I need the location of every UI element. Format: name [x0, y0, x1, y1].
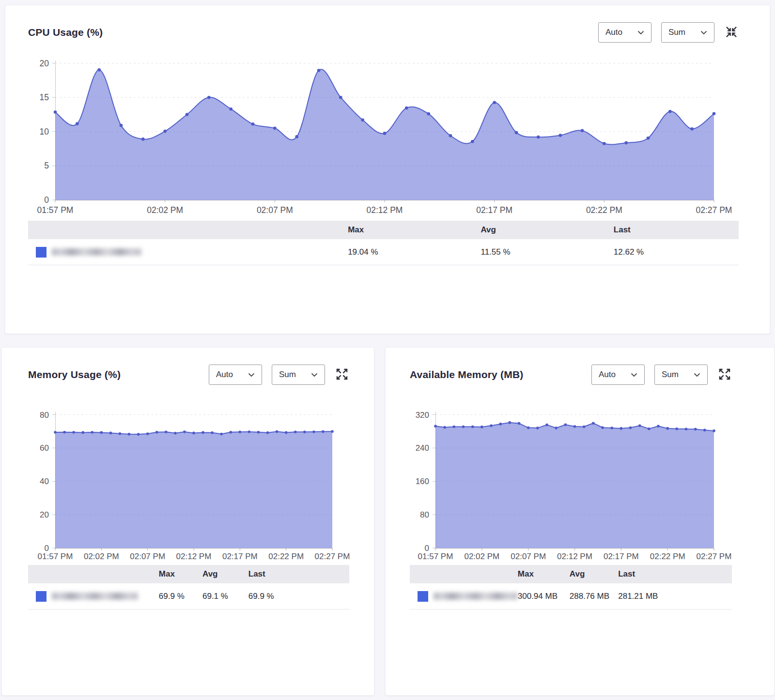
- series-name-blurred: [52, 248, 141, 256]
- svg-text:5: 5: [44, 161, 49, 170]
- series-cell: [28, 247, 348, 258]
- aggregation-select[interactable]: Sum: [272, 365, 325, 385]
- legend-last-header: Last: [614, 225, 739, 235]
- available-memory-card: Available Memory (MB) Auto Sum: [385, 347, 775, 696]
- svg-text:02:02 PM: 02:02 PM: [464, 552, 499, 561]
- aggregation-select[interactable]: Sum: [654, 365, 708, 385]
- legend-max-header: Max: [348, 225, 480, 235]
- svg-text:02:12 PM: 02:12 PM: [176, 552, 212, 561]
- svg-text:02:22 PM: 02:22 PM: [650, 552, 685, 561]
- svg-text:02:07 PM: 02:07 PM: [511, 552, 546, 561]
- series-name-blurred: [52, 593, 138, 600]
- bottom-charts-row: Memory Usage (%) Auto Sum: [1, 347, 774, 696]
- svg-text:02:27 PM: 02:27 PM: [697, 552, 732, 561]
- svg-text:02:07 PM: 02:07 PM: [257, 205, 293, 215]
- aggregation-value: Sum: [668, 28, 685, 37]
- series-max-value: 300.94 MB: [518, 592, 570, 601]
- svg-text:02:02 PM: 02:02 PM: [147, 205, 183, 215]
- chevron-down-icon: [637, 28, 644, 37]
- collapse-button[interactable]: [724, 25, 739, 41]
- time-interval-select[interactable]: Auto: [591, 365, 645, 385]
- legend-header-row: Max Avg Last: [28, 565, 349, 583]
- svg-text:02:27 PM: 02:27 PM: [696, 205, 732, 215]
- memory-card-header: Memory Usage (%) Auto Sum: [28, 348, 349, 386]
- chevron-down-icon: [248, 370, 255, 380]
- legend-series-row[interactable]: 69.9 % 69.1 % 69.9 %: [28, 583, 349, 609]
- memory-card-controls: Auto Sum: [209, 365, 349, 385]
- series-color-swatch: [36, 247, 46, 258]
- cpu-legend-table: Max Avg Last 19.04 % 11.55 % 12.62 %: [28, 221, 739, 265]
- svg-text:02:12 PM: 02:12 PM: [557, 552, 592, 561]
- svg-text:10: 10: [40, 127, 49, 137]
- svg-text:40: 40: [40, 477, 49, 486]
- svg-text:02:17 PM: 02:17 PM: [604, 552, 639, 561]
- time-interval-select[interactable]: Auto: [598, 22, 651, 43]
- svg-text:80: 80: [40, 411, 49, 420]
- legend-avg-header: Avg: [202, 569, 248, 579]
- svg-text:01:57 PM: 01:57 PM: [38, 552, 73, 561]
- svg-text:160: 160: [416, 477, 429, 486]
- available-memory-legend-table: Max Avg Last 300.94 MB 288.76 MB 281.21 …: [410, 565, 732, 609]
- available-memory-card-title: Available Memory (MB): [410, 369, 523, 380]
- series-last-value: 69.9 %: [248, 592, 349, 601]
- series-avg-value: 288.76 MB: [570, 592, 618, 601]
- available-memory-card-header: Available Memory (MB) Auto Sum: [410, 348, 732, 386]
- svg-text:02:27 PM: 02:27 PM: [315, 552, 350, 561]
- page-title: CPU Usage (%): [28, 27, 103, 38]
- legend-header-row: Max Avg Last: [28, 221, 739, 239]
- available-memory-chart[interactable]: 08016024032001:57 PM02:02 PM02:07 PM02:1…: [410, 405, 732, 563]
- cpu-card-controls: Auto Sum: [598, 22, 739, 43]
- expand-icon: [718, 368, 731, 382]
- chevron-down-icon: [631, 370, 637, 380]
- svg-text:60: 60: [40, 443, 49, 453]
- expand-button[interactable]: [717, 367, 732, 383]
- memory-usage-chart[interactable]: 02040608001:57 PM02:02 PM02:07 PM02:12 P…: [28, 405, 349, 563]
- memory-card-title: Memory Usage (%): [28, 369, 121, 380]
- legend-series-row[interactable]: 19.04 % 11.55 % 12.62 %: [28, 239, 739, 265]
- svg-text:02:22 PM: 02:22 PM: [586, 205, 622, 215]
- chevron-down-icon: [700, 28, 707, 37]
- legend-max-header: Max: [518, 569, 570, 579]
- cpu-usage-card: CPU Usage (%) Auto Sum: [5, 5, 770, 334]
- legend-last-header: Last: [248, 569, 349, 579]
- svg-text:20: 20: [40, 510, 49, 519]
- legend-header-row: Max Avg Last: [410, 565, 732, 583]
- series-cell: [410, 591, 518, 602]
- series-max-value: 19.04 %: [348, 247, 480, 257]
- legend-avg-header: Avg: [570, 569, 618, 579]
- svg-text:02:07 PM: 02:07 PM: [130, 552, 165, 561]
- cpu-usage-chart[interactable]: 0510152001:57 PM02:02 PM02:07 PM02:12 PM…: [28, 55, 739, 219]
- series-last-value: 12.62 %: [614, 247, 739, 257]
- series-color-swatch: [36, 591, 46, 602]
- aggregation-value: Sum: [279, 370, 296, 380]
- memory-legend-table: Max Avg Last 69.9 % 69.1 % 69.9 %: [28, 565, 349, 609]
- svg-text:15: 15: [40, 92, 49, 102]
- series-name-blurred: [434, 593, 518, 600]
- svg-text:02:22 PM: 02:22 PM: [268, 552, 304, 561]
- expand-button[interactable]: [335, 367, 349, 383]
- memory-usage-card: Memory Usage (%) Auto Sum: [1, 347, 374, 696]
- series-avg-value: 11.55 %: [480, 247, 613, 257]
- expand-icon: [336, 368, 348, 382]
- aggregation-select[interactable]: Sum: [661, 22, 714, 43]
- legend-last-header: Last: [618, 569, 732, 579]
- svg-text:02:12 PM: 02:12 PM: [367, 205, 403, 215]
- series-last-value: 281.21 MB: [618, 592, 732, 601]
- svg-text:01:57 PM: 01:57 PM: [418, 552, 453, 561]
- svg-text:20: 20: [40, 59, 49, 68]
- time-interval-value: Auto: [605, 28, 622, 37]
- svg-text:0: 0: [44, 195, 49, 205]
- series-avg-value: 69.1 %: [202, 592, 248, 601]
- legend-max-header: Max: [159, 569, 202, 579]
- time-interval-select[interactable]: Auto: [209, 365, 262, 385]
- svg-text:80: 80: [420, 510, 429, 519]
- chevron-down-icon: [311, 370, 318, 380]
- legend-series-row[interactable]: 300.94 MB 288.76 MB 281.21 MB: [410, 583, 732, 609]
- series-max-value: 69.9 %: [159, 592, 202, 601]
- svg-text:01:57 PM: 01:57 PM: [37, 205, 74, 215]
- chevron-down-icon: [694, 370, 700, 380]
- cpu-card-header: CPU Usage (%) Auto Sum: [28, 5, 739, 44]
- legend-avg-header: Avg: [480, 225, 613, 235]
- svg-text:02:02 PM: 02:02 PM: [84, 552, 119, 561]
- svg-text:02:17 PM: 02:17 PM: [222, 552, 258, 561]
